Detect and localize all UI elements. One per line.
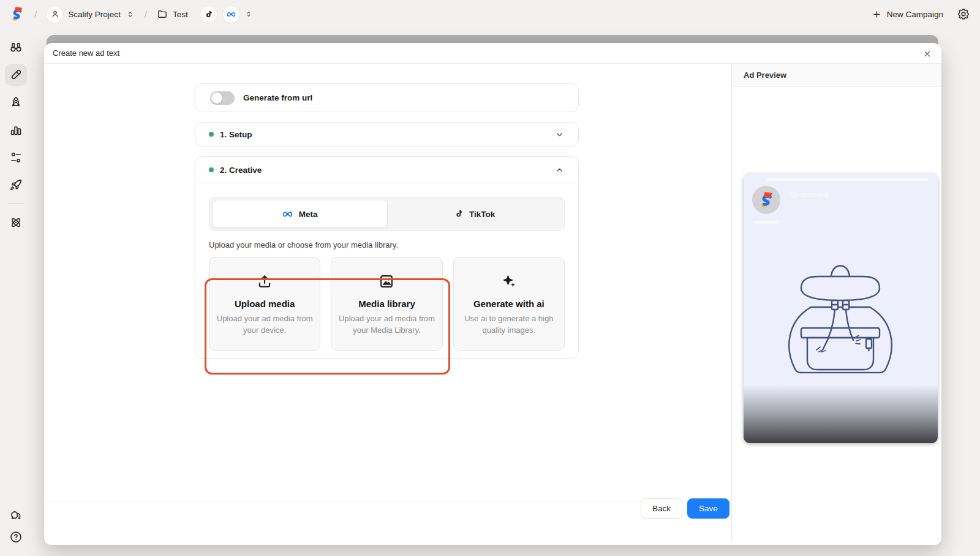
binoculars-icon [9, 40, 23, 54]
generate-ai-title: Generate with ai [473, 299, 545, 309]
story-progress-bar [767, 178, 928, 181]
toggle-knob [211, 93, 222, 104]
plus-icon [872, 9, 882, 20]
generate-from-url-card: Generate from url [195, 83, 579, 112]
generate-ai-description: Use ai to generate a high quality images… [457, 313, 561, 336]
sidebar-bottom [0, 506, 32, 547]
folder-icon [157, 9, 168, 20]
section-creative-header[interactable]: 2. Creative [195, 157, 578, 183]
rocket-launch-icon [9, 96, 23, 109]
sidebar-item-labs[interactable] [5, 211, 27, 234]
back-button[interactable]: Back [641, 498, 682, 519]
chat-icon [9, 509, 23, 523]
atom-icon [9, 216, 23, 229]
image-icon [379, 273, 394, 289]
sidebar-item-help[interactable] [5, 527, 27, 547]
gear-icon [957, 7, 970, 21]
tab-tiktok[interactable]: TikTok [388, 200, 562, 228]
sidebar-item-automation[interactable] [5, 147, 27, 169]
meta-icon [223, 6, 239, 23]
close-icon [922, 49, 932, 59]
scalify-logo-icon [758, 191, 775, 209]
footer-divider [44, 501, 731, 501]
upload-media-description: Upload your ad media from your device. [213, 313, 317, 336]
new-campaign-label: New Campaign [887, 10, 943, 19]
media-hint: Upload your media or choose from your me… [209, 240, 565, 249]
text-placeholder [754, 221, 780, 224]
sidebar-item-creative[interactable] [5, 64, 27, 86]
section-creative-body: Meta TikTok Upload your media or choose … [195, 183, 578, 358]
media-library-card[interactable]: Media library Upload your ad media from … [331, 257, 442, 351]
help-icon [9, 530, 23, 544]
save-button[interactable]: Save [687, 498, 729, 519]
new-campaign-button[interactable]: New Campaign [872, 9, 943, 20]
chevron-down-icon [554, 129, 565, 140]
tab-meta-label: Meta [299, 210, 318, 219]
ad-preview-title: Ad Preview [732, 64, 941, 87]
sidebar-item-discover[interactable] [5, 36, 27, 58]
sidebar-item-chat[interactable] [5, 506, 27, 527]
sidebar-divider [8, 204, 24, 204]
ad-avatar [752, 186, 780, 214]
media-cards-row: Upload media Upload your ad media from y… [209, 257, 565, 351]
sidebar-item-campaigns[interactable] [5, 174, 27, 196]
ad-preview-card: Sponsored [744, 173, 938, 443]
chevron-up-icon [554, 165, 565, 175]
chevrons-up-down-icon [126, 10, 135, 19]
chevrons-up-down-icon [244, 10, 253, 18]
section-setup: 1. Setup [195, 122, 579, 147]
project-selector[interactable]: Scalify Project [47, 6, 135, 23]
status-dot [209, 132, 214, 137]
section-creative: 2. Creative Meta [195, 156, 579, 359]
tab-meta[interactable]: Meta [212, 200, 388, 228]
ad-preview-panel: Ad Preview Sponsored [731, 64, 941, 541]
status-dot [209, 167, 214, 172]
tab-tiktok-label: TikTok [469, 210, 495, 219]
media-library-title: Media library [358, 299, 415, 309]
modal-header: Create new ad text [44, 43, 941, 64]
breadcrumb: / Scalify Project / Test [10, 6, 253, 23]
upload-media-card[interactable]: Upload media Upload your ad media from y… [209, 257, 320, 351]
section-setup-label: 1. Setup [220, 130, 252, 139]
close-button[interactable] [921, 48, 933, 60]
upload-icon [257, 273, 273, 289]
sparkles-icon [501, 273, 517, 289]
toggle-label: Generate from url [243, 93, 312, 102]
platform-tabs: Meta TikTok [209, 197, 565, 231]
rocket-icon [9, 178, 23, 192]
sidebar [0, 28, 32, 556]
upload-media-title: Upload media [235, 299, 295, 309]
breadcrumb-separator: / [145, 9, 147, 20]
sidebar-item-launch[interactable] [5, 91, 27, 113]
topbar-actions: New Campaign [872, 7, 970, 21]
section-creative-label: 2. Creative [220, 166, 262, 175]
meta-icon [282, 208, 293, 220]
breadcrumb-separator: / [34, 9, 37, 20]
generate-from-url-toggle[interactable] [210, 91, 235, 105]
tiktok-icon [454, 209, 464, 219]
modal-main-content: Generate from url 1. Setup 2. Creative [195, 83, 579, 359]
user-icon [47, 6, 63, 23]
backpack-illustration [779, 257, 902, 373]
sidebar-item-analytics[interactable] [5, 119, 27, 141]
folder-selector[interactable]: Test [157, 9, 188, 20]
project-name: Scalify Project [68, 10, 121, 19]
media-library-description: Upload your ad media from your Media Lib… [334, 313, 439, 336]
sliders-icon [9, 151, 23, 164]
preview-bottom-gradient [744, 385, 938, 443]
create-ad-text-modal: Create new ad text Generate from url 1. … [44, 43, 941, 545]
sponsored-label: Sponsored [789, 190, 829, 199]
settings-button[interactable] [957, 7, 970, 21]
section-setup-header[interactable]: 1. Setup [195, 123, 578, 146]
tiktok-icon [200, 6, 217, 23]
scalify-logo-icon[interactable] [10, 6, 24, 22]
modal-title: Create new ad text [53, 43, 119, 64]
footer-buttons: Back Save [641, 498, 729, 519]
paintbrush-icon [9, 68, 23, 82]
generate-with-ai-card[interactable]: Generate with ai Use ai to generate a hi… [453, 257, 565, 351]
bar-chart-icon [9, 123, 23, 137]
folder-name: Test [173, 10, 188, 19]
topbar: / Scalify Project / Test [0, 0, 980, 28]
platform-switcher[interactable] [200, 6, 253, 23]
